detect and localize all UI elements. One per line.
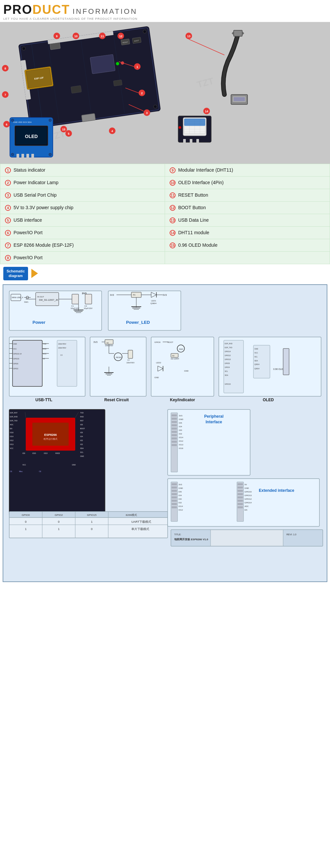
parts-cell-7: 7 ESP 8266 Module (ESP-12F) bbox=[0, 239, 165, 252]
parts-cell-13: 13 USB Data Line bbox=[165, 214, 330, 227]
svg-text:GND: GND bbox=[179, 418, 184, 420]
svg-text:IO13: IO13 bbox=[44, 452, 48, 454]
svg-text:GPIO15: GPIO15 bbox=[225, 383, 231, 385]
svg-rect-19 bbox=[233, 97, 245, 101]
svg-text:GPIO2: GPIO2 bbox=[55, 514, 63, 517]
svg-rect-81 bbox=[72, 294, 79, 304]
svg-text:RXD2: RXD2 bbox=[55, 452, 60, 454]
svg-text:3V3: 3V3 bbox=[163, 294, 167, 296]
svg-text:IO5: IO5 bbox=[178, 491, 182, 493]
svg-text:LED1: LED1 bbox=[151, 300, 157, 302]
svg-text:IO0: IO0 bbox=[23, 452, 25, 454]
svg-text:10μF/10V: 10μF/10V bbox=[71, 307, 79, 309]
callout-badge-4: 4 bbox=[5, 205, 11, 211]
svg-text:MINI-USB_X: MINI-USB_X bbox=[12, 297, 23, 299]
svg-text:IO14: IO14 bbox=[179, 436, 184, 438]
svg-text:IO5: IO5 bbox=[179, 422, 182, 424]
callout-badge-10: 10 bbox=[170, 180, 175, 186]
parts-cell-15: 15 0.96 OLED Module bbox=[165, 239, 330, 252]
svg-text:IN    OUT: IN OUT bbox=[37, 296, 44, 298]
svg-text:BOOT: BOOT bbox=[168, 341, 173, 343]
header-subtitle: LET YOU HAVE A CLEARER UNDETSTANDING OF … bbox=[3, 17, 327, 21]
power-led-label: Power_LED bbox=[126, 320, 150, 325]
svg-text:IO14: IO14 bbox=[178, 505, 183, 507]
svg-point-32 bbox=[11, 153, 14, 156]
svg-text:ESP_TXD: ESP_TXD bbox=[10, 420, 18, 422]
svg-point-13 bbox=[22, 47, 25, 51]
svg-text:3: 3 bbox=[146, 111, 147, 115]
svg-text:IO12: IO12 bbox=[10, 439, 13, 441]
svg-point-49 bbox=[178, 126, 181, 129]
parts-cell-5: 5 USB interface bbox=[0, 214, 165, 227]
schematic-header: Schematic diagram bbox=[0, 264, 330, 283]
svg-text:IO5: IO5 bbox=[80, 424, 83, 426]
svg-text:Interface: Interface bbox=[205, 420, 222, 424]
svg-text:IO0: IO0 bbox=[178, 498, 182, 500]
callout-badge-5: 5 bbox=[5, 217, 11, 223]
svg-text:单片下载模式: 单片下载模式 bbox=[131, 527, 149, 531]
svg-text:IO13: IO13 bbox=[10, 443, 13, 445]
svg-text:IO16: IO16 bbox=[179, 447, 184, 449]
main-chip bbox=[90, 54, 115, 74]
svg-text:12: 12 bbox=[119, 35, 122, 38]
svg-text:2: 2 bbox=[141, 92, 142, 95]
svg-rect-284 bbox=[238, 483, 243, 485]
svg-rect-186 bbox=[283, 348, 289, 375]
svg-text:IO4: IO4 bbox=[179, 426, 182, 428]
parts-cell-empty bbox=[165, 252, 330, 264]
svg-text:GPIO13: GPIO13 bbox=[225, 359, 231, 361]
svg-text:R1: R1 bbox=[133, 294, 136, 296]
svg-text:IO13: IO13 bbox=[179, 444, 184, 446]
svg-rect-287 bbox=[238, 493, 243, 495]
svg-text:IO2: IO2 bbox=[178, 502, 182, 504]
svg-text:IO2: IO2 bbox=[80, 439, 83, 441]
svg-text:GPIO15: GPIO15 bbox=[13, 358, 19, 360]
svg-rect-290 bbox=[238, 503, 243, 505]
svg-text:LED2: LED2 bbox=[156, 362, 161, 364]
svg-text:IO12: IO12 bbox=[179, 440, 184, 442]
svg-text:15: 15 bbox=[62, 128, 65, 131]
svg-rect-257 bbox=[172, 431, 177, 433]
svg-rect-276 bbox=[172, 487, 177, 489]
svg-text:8: 8 bbox=[4, 67, 6, 70]
svg-text:EN: EN bbox=[10, 428, 12, 430]
svg-text:SW_SS-12007_JK: SW_SS-12007_JK bbox=[39, 299, 58, 302]
parts-cell-4: 4 5V to 3.3V power supply chip bbox=[0, 202, 165, 214]
svg-rect-46 bbox=[183, 139, 186, 146]
svg-text:7: 7 bbox=[4, 93, 6, 96]
svg-rect-12 bbox=[50, 42, 60, 50]
svg-rect-178 bbox=[253, 345, 270, 378]
svg-text:GPIO0: GPIO0 bbox=[13, 363, 19, 365]
svg-rect-134 bbox=[90, 337, 146, 396]
svg-text:SCL: SCL bbox=[225, 370, 228, 372]
callout-badge-12: 12 bbox=[170, 205, 175, 211]
callout-badge-1: 1 bbox=[5, 167, 11, 173]
svg-rect-258 bbox=[172, 434, 177, 436]
svg-text:3V3: 3V3 bbox=[93, 341, 98, 343]
svg-rect-252 bbox=[172, 414, 177, 416]
svg-text:10: 10 bbox=[74, 35, 78, 38]
dht11-module-group bbox=[178, 116, 211, 146]
svg-text:Misc.: Misc. bbox=[19, 470, 23, 472]
svg-text:VCC: VCC bbox=[13, 348, 17, 350]
svg-text:5: 5 bbox=[67, 132, 69, 135]
oled-label: OLED bbox=[263, 398, 274, 402]
svg-text:GPIO0: GPIO0 bbox=[155, 341, 161, 343]
svg-text:4: 4 bbox=[111, 129, 113, 133]
svg-text:ADC: ADC bbox=[10, 424, 13, 426]
svg-rect-278 bbox=[172, 493, 177, 495]
schematic-badge: Schematic diagram bbox=[3, 267, 28, 280]
svg-text:REVI: 1.0: REVI: 1.0 bbox=[286, 533, 296, 536]
svg-text:SDA: SDA bbox=[225, 374, 228, 376]
svg-text:GPIO2: GPIO2 bbox=[13, 368, 19, 370]
svg-text:GND: GND bbox=[13, 343, 17, 345]
svg-text:IO15: IO15 bbox=[32, 452, 36, 454]
svg-rect-254 bbox=[172, 421, 177, 423]
svg-rect-281 bbox=[172, 503, 177, 505]
svg-rect-45 bbox=[184, 119, 205, 126]
callout-badge-6: 6 bbox=[5, 230, 11, 236]
callout-badge-8: 8 bbox=[5, 255, 11, 261]
svg-rect-47 bbox=[190, 139, 192, 146]
svg-text:ADC: ADC bbox=[245, 505, 249, 507]
svg-text:IO2: IO2 bbox=[80, 443, 83, 445]
